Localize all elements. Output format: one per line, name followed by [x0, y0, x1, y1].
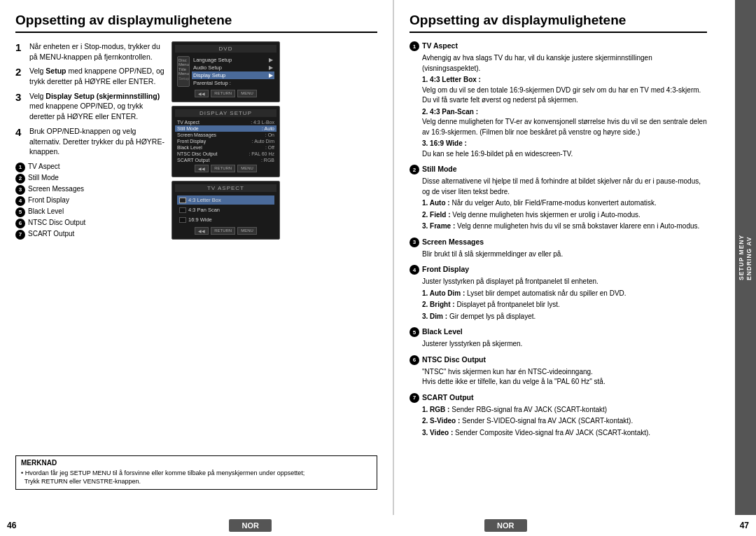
left-page-num: 46 [7, 521, 16, 530]
right-page-inner: Oppsetting av displaymulighetene 1 TV As… [394, 0, 735, 515]
step-num-4: 4 [15, 126, 25, 157]
circle-r-1: 1 [410, 41, 419, 51]
list-label-6: NTSC Disc Output [28, 219, 85, 228]
nor-button-right: NOR [484, 519, 526, 532]
circle-2: 2 [15, 174, 25, 184]
section-body-3: Blir brukt til å slå skjermmeldinger av … [422, 249, 707, 260]
numbered-list: 1 TV Aspect 2 Still Mode 3 Screen Messag… [15, 163, 166, 240]
section-header-5: 5 Black Level [410, 327, 707, 337]
step-num-3: 3 [15, 91, 25, 122]
left-page: Oppsetting av displaymulighetene 1 Når e… [0, 0, 393, 515]
circle-7: 7 [15, 230, 25, 240]
circle-4: 4 [15, 196, 25, 206]
section-body-1: Avhengig av hva slags TV du har, vil du … [422, 53, 707, 159]
section-header-6: 6 NTSC Disc Output [410, 355, 707, 365]
section-header-1: 1 TV Aspect [410, 41, 707, 51]
section-ntsc: 6 NTSC Disc Output "NTSC" hvis skjermen … [410, 355, 707, 387]
section-body-2: Disse alternativene vil hjelpe til med å… [422, 177, 707, 232]
screenshots-area: DVD Disc Menu Title Menu Setup Language … [172, 41, 284, 241]
section-scart: 7 SCART Output 1. RGB : Sender RBG-signa… [410, 393, 707, 439]
list-label-1: TV Aspect [28, 163, 60, 172]
circle-r-4: 4 [410, 265, 419, 275]
screen-dvd-title: DVD [175, 45, 276, 53]
section-title-6: NTSC Disc Output [422, 355, 486, 364]
section-title-1: TV Aspect [422, 41, 458, 50]
step-num-1: 1 [15, 41, 25, 62]
circle-r-6: 6 [410, 355, 419, 365]
step-1: 1 Når enheten er i Stop-modus, trykker d… [15, 41, 166, 62]
section-header-7: 7 SCART Output [410, 393, 707, 403]
step-num-2: 2 [15, 66, 25, 86]
section-body-4: Juster lysstyrken på displayet på frontp… [422, 277, 707, 322]
step-3: 3 Velg Display Setup (skjerminnstilling)… [15, 91, 166, 122]
list-item-7: 7 SCART Output [15, 230, 166, 240]
step-text-4: Bruk OPP/NED-knappen og velg alternativ.… [29, 126, 166, 157]
circle-3: 3 [15, 185, 25, 195]
left-title: Oppsetting av displaymulighetene [15, 13, 377, 33]
section-tv-aspect: 1 TV Aspect Avhengig av hva slags TV du … [410, 41, 707, 159]
list-item-5: 5 Black Level [15, 207, 166, 217]
section-title-5: Black Level [422, 327, 463, 336]
merknad-title: MERKNAD [21, 459, 372, 467]
section-screen-messages: 3 Screen Messages Blir brukt til å slå s… [410, 238, 707, 260]
screen-dvd-menu: DVD Disc Menu Title Menu Setup Language … [172, 41, 280, 102]
right-page: Oppsetting av displaymulighetene 1 TV As… [394, 0, 756, 515]
circle-5: 5 [15, 207, 25, 217]
section-header-2: 2 Still Mode [410, 165, 707, 174]
list-item-6: 6 NTSC Disc Output [15, 219, 166, 228]
right-title: Oppsetting av displaymulighetene [410, 13, 707, 33]
section-header-4: 4 Front Display [410, 265, 707, 275]
circle-r-5: 5 [410, 327, 419, 337]
circle-r-2: 2 [410, 165, 419, 174]
section-header-3: 3 Screen Messages [410, 238, 707, 247]
setup-menu-sidebar: ENDRING AVSETUP MENY [735, 0, 756, 515]
merknad-text: • Hvordan får jeg SETUP MENU til å forsv… [21, 469, 372, 486]
list-label-2: Still Mode [28, 174, 59, 184]
section-title-7: SCART Output [422, 393, 474, 401]
circle-1: 1 [15, 163, 25, 172]
step-2: 2 Velg Setup med knappene OPP/NED, og tr… [15, 66, 166, 86]
section-front-display: 4 Front Display Juster lysstyrken på dis… [410, 265, 707, 322]
circle-6: 6 [15, 219, 25, 228]
list-label-3: Screen Messages [28, 185, 84, 195]
list-item-4: 4 Front Display [15, 196, 166, 206]
list-label-7: SCART Output [28, 230, 74, 240]
list-item-3: 3 Screen Messages [15, 185, 166, 195]
screen-tv-aspect-title: TV ASPECT [175, 184, 276, 192]
merknad-box: MERKNAD • Hvordan får jeg SETUP MENU til… [15, 455, 377, 490]
section-body-7: 1. RGB : Sender RBG-signal fra AV JACK (… [422, 405, 707, 439]
screen-tv-aspect: TV ASPECT 4:3 Letter Box 4:3 Pan Scan [172, 181, 280, 240]
circle-r-7: 7 [410, 393, 419, 403]
list-item-2: 2 Still Mode [15, 174, 166, 184]
circle-r-3: 3 [410, 238, 419, 247]
step-text-1: Når enheten er i Stop-modus, trykker du … [29, 41, 166, 62]
section-title-2: Still Mode [422, 165, 457, 173]
section-black-level: 5 Black Level Justerer lysstyrken på skj… [410, 327, 707, 350]
step-text-2: Velg Setup med knappene OPP/NED, og tryk… [29, 66, 166, 86]
right-page-num: 47 [740, 521, 749, 530]
list-label-5: Black Level [28, 207, 64, 217]
section-title-3: Screen Messages [422, 238, 484, 246]
section-still-mode: 2 Still Mode Disse alternativene vil hje… [410, 165, 707, 232]
list-item-1: 1 TV Aspect [15, 163, 166, 172]
screen-display-title: DISPLAY SETUP [175, 109, 276, 117]
footer: 46 NOR NOR 47 [0, 515, 756, 536]
section-title-4: Front Display [422, 265, 469, 273]
section-body-5: Justerer lysstyrken på skjermen. [422, 339, 707, 350]
step-4: 4 Bruk OPP/NED-knappen og velg alternati… [15, 126, 166, 157]
list-label-4: Front Display [28, 196, 69, 206]
left-steps-column: 1 Når enheten er i Stop-modus, trykker d… [15, 41, 166, 241]
section-body-6: "NTSC" hvis skjermen kun har én NTSC-vid… [422, 367, 707, 387]
nor-button-left: NOR [229, 519, 271, 532]
step-text-3: Velg Display Setup (skjerminnstilling) m… [29, 91, 166, 122]
screen-display-setup: DISPLAY SETUP TV Aspect: 4:3 L-Box Still… [172, 106, 280, 177]
